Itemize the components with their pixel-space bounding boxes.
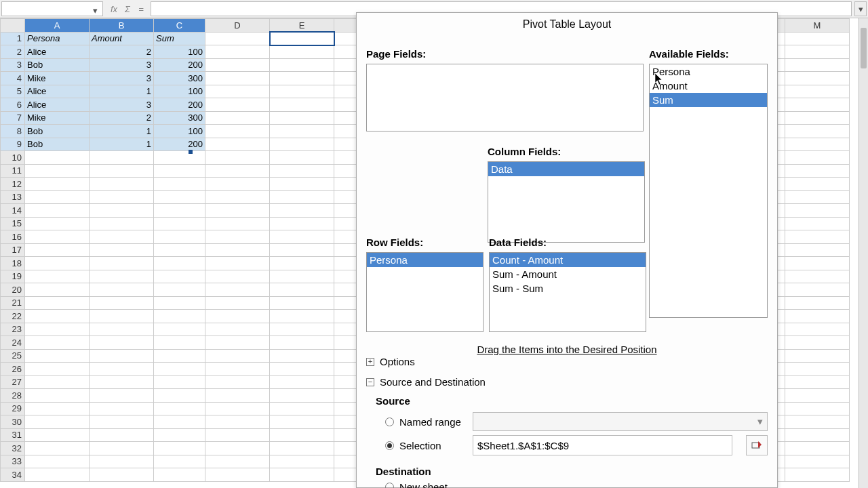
cell-B3[interactable]: 3 [90,58,154,72]
cell-E13[interactable] [270,190,334,204]
cell-M34[interactable] [785,468,850,482]
cell-C25[interactable] [154,349,205,363]
selection-radio[interactable] [385,441,394,450]
cell-E24[interactable] [270,336,334,350]
cell-C23[interactable] [154,323,205,336]
cell-C6[interactable]: 200 [154,98,205,112]
cell-E1[interactable] [270,32,334,45]
cell-E30[interactable] [270,415,334,429]
cell-M3[interactable] [785,58,850,72]
row-header-15[interactable]: 15 [1,217,25,230]
cell-E27[interactable] [270,375,334,389]
cell-E20[interactable] [270,283,334,297]
cell-B1[interactable]: Amount [90,32,154,45]
cell-E29[interactable] [270,402,334,415]
row-header-28[interactable]: 28 [1,389,25,403]
cell-C27[interactable] [154,375,205,389]
cell-M29[interactable] [785,402,850,415]
cell-A2[interactable]: Alice [25,45,90,59]
cell-D24[interactable] [205,336,270,350]
cell-C4[interactable]: 300 [154,72,205,85]
cell-B17[interactable] [90,243,154,257]
cell-A21[interactable] [25,296,90,310]
cell-B28[interactable] [90,389,154,403]
cell-M31[interactable] [785,428,850,442]
cell-B18[interactable] [90,257,154,270]
cell-C3[interactable]: 200 [154,58,205,72]
cell-C18[interactable] [154,257,205,270]
cell-E25[interactable] [270,349,334,363]
cell-C20[interactable] [154,283,205,297]
cell-D13[interactable] [205,190,270,204]
cell-E22[interactable] [270,310,334,323]
cell-B4[interactable]: 3 [90,72,154,85]
cell-D23[interactable] [205,323,270,336]
row-header-26[interactable]: 26 [1,363,25,376]
cell-D18[interactable] [205,257,270,270]
row-header-22[interactable]: 22 [1,310,25,323]
cell-D22[interactable] [205,310,270,323]
cell-M27[interactable] [785,375,850,389]
cell-D10[interactable] [205,151,270,165]
cell-B20[interactable] [90,283,154,297]
cell-B6[interactable]: 3 [90,98,154,112]
cell-D11[interactable] [205,164,270,178]
cell-B9[interactable]: 1 [90,138,154,151]
cell-M22[interactable] [785,310,850,323]
cell-A22[interactable] [25,310,90,323]
row-header-27[interactable]: 27 [1,375,25,389]
cell-A15[interactable] [25,217,90,230]
row-header-6[interactable]: 6 [1,98,25,112]
cell-A16[interactable] [25,230,90,244]
cell-D5[interactable] [205,85,270,98]
cell-A1[interactable]: Persona [25,32,90,45]
cell-D15[interactable] [205,217,270,230]
cell-A3[interactable]: Bob [25,58,90,72]
cell-B33[interactable] [90,455,154,468]
row-header-24[interactable]: 24 [1,336,25,350]
named-range-radio[interactable] [385,418,394,426]
cell-E5[interactable] [270,85,334,98]
cell-B2[interactable]: 2 [90,45,154,59]
cell-B32[interactable] [90,442,154,455]
cell-A12[interactable] [25,178,90,191]
shrink-range-button[interactable] [746,435,768,455]
cell-A11[interactable] [25,164,90,178]
cell-B19[interactable] [90,270,154,283]
cell-M33[interactable] [785,455,850,468]
cell-D12[interactable] [205,178,270,191]
cell-D30[interactable] [205,415,270,429]
cell-A14[interactable] [25,204,90,218]
cell-M20[interactable] [785,283,850,297]
row-header-5[interactable]: 5 [1,85,25,98]
equals-icon[interactable]: = [136,4,146,14]
cell-M19[interactable] [785,270,850,283]
cell-E8[interactable] [270,125,334,138]
cell-D19[interactable] [205,270,270,283]
cell-E26[interactable] [270,363,334,376]
cell-M1[interactable] [785,32,850,45]
cell-E16[interactable] [270,230,334,244]
cell-C7[interactable]: 300 [154,111,205,125]
cell-C19[interactable] [154,270,205,283]
cell-A33[interactable] [25,455,90,468]
selection-handle[interactable] [189,150,193,154]
column-header-E[interactable]: E [270,19,334,33]
row-header-31[interactable]: 31 [1,428,25,442]
select-all-corner[interactable] [1,19,25,33]
cell-C1[interactable]: Sum [154,32,205,45]
cell-A29[interactable] [25,402,90,415]
cell-M18[interactable] [785,257,850,270]
row-header-17[interactable]: 17 [1,243,25,257]
row-header-34[interactable]: 34 [1,468,25,482]
cell-D20[interactable] [205,283,270,297]
cell-D4[interactable] [205,72,270,85]
cell-M7[interactable] [785,111,850,125]
cell-B23[interactable] [90,323,154,336]
cell-A26[interactable] [25,363,90,376]
cell-C24[interactable] [154,336,205,350]
column-fields-list[interactable]: Data [488,161,645,243]
cell-B15[interactable] [90,217,154,230]
cell-B13[interactable] [90,190,154,204]
cell-E15[interactable] [270,217,334,230]
